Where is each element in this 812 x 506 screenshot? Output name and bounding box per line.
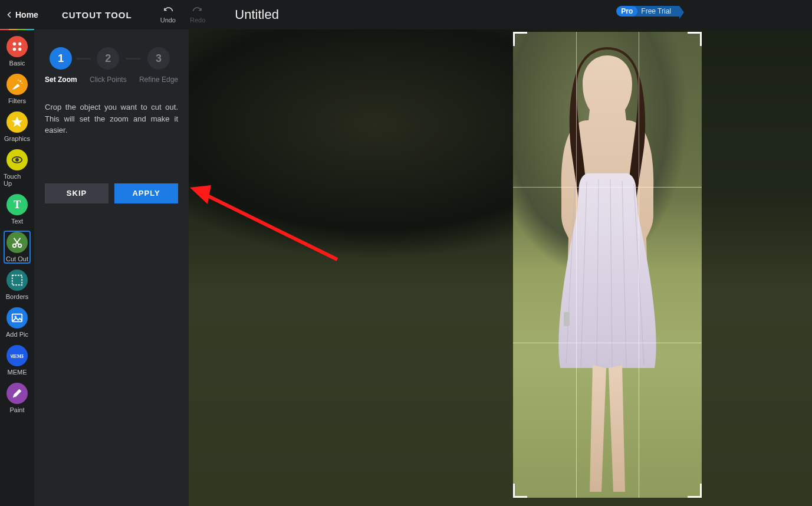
sidebar-tool-label: Filters bbox=[8, 97, 26, 104]
sidebar-tool-text[interactable]: TText bbox=[4, 193, 31, 226]
apply-button[interactable]: APPLY bbox=[114, 183, 178, 203]
home-label: Home bbox=[15, 10, 38, 19]
sidebar-tool-label: Basic bbox=[9, 60, 25, 67]
step-1[interactable]: 1 Set Zoom bbox=[45, 47, 77, 84]
sidebar-tool-borders[interactable]: Borders bbox=[4, 268, 31, 301]
crop-handle-br[interactable] bbox=[688, 484, 702, 498]
sidebar-tool-label: Text bbox=[11, 218, 23, 225]
pro-label: Pro bbox=[616, 6, 637, 17]
background-image bbox=[189, 29, 812, 506]
redo-button[interactable]: Redo bbox=[190, 6, 205, 24]
touch-up-icon bbox=[6, 149, 28, 170]
add-pic-icon bbox=[6, 307, 28, 328]
svg-text:T: T bbox=[14, 199, 21, 211]
sidebar-tool-label: MEME bbox=[8, 369, 27, 376]
step-1-num: 1 bbox=[50, 47, 72, 70]
borders-icon bbox=[6, 270, 28, 291]
svg-point-2 bbox=[13, 48, 17, 51]
step-3-num: 3 bbox=[147, 47, 170, 70]
home-button[interactable]: Home bbox=[0, 0, 44, 29]
sidebar-tool-add-pic[interactable]: Add Pic bbox=[4, 306, 31, 339]
svg-point-4 bbox=[19, 80, 21, 82]
sidebar-tool-filters[interactable]: Filters bbox=[4, 73, 31, 106]
step-3-label: Refine Edge bbox=[139, 75, 178, 84]
sidebar-tool-label: Add Pic bbox=[6, 331, 28, 338]
undo-label: Undo bbox=[160, 17, 176, 24]
chevron-left-icon bbox=[6, 11, 13, 18]
sidebar-tool-meme[interactable]: MEMEMEME bbox=[4, 344, 31, 377]
meme-icon: MEME bbox=[6, 345, 28, 366]
sidebar-tool-label: Cut Out bbox=[6, 255, 28, 262]
step-connector bbox=[76, 58, 91, 60]
svg-point-8 bbox=[15, 158, 19, 162]
crop-frame[interactable] bbox=[513, 32, 702, 498]
canvas-area[interactable] bbox=[189, 29, 812, 506]
svg-text:MEME: MEME bbox=[11, 354, 24, 359]
svg-point-0 bbox=[13, 42, 17, 46]
skip-button[interactable]: SKIP bbox=[45, 183, 109, 203]
pro-trial-badge[interactable]: Pro Free Trial bbox=[616, 6, 679, 17]
crop-handle-bl[interactable] bbox=[513, 484, 527, 498]
step-2-num: 2 bbox=[97, 47, 119, 70]
sidebar-tool-basic[interactable]: Basic bbox=[4, 35, 31, 68]
crop-handle-tr[interactable] bbox=[688, 32, 702, 46]
undo-icon bbox=[163, 6, 173, 17]
tool-panel: 1 Set Zoom 2 Click Points 3 Refine Edge … bbox=[34, 29, 189, 506]
step-indicator: 1 Set Zoom 2 Click Points 3 Refine Edge bbox=[45, 47, 178, 84]
sidebar-tool-label: Borders bbox=[6, 293, 29, 300]
paint-icon bbox=[6, 383, 28, 404]
sidebar-tool-touch-up[interactable]: Touch Up bbox=[4, 148, 31, 188]
text-icon: T bbox=[6, 194, 28, 215]
rainbow-divider bbox=[0, 29, 34, 30]
tool-sidebar: BasicFiltersGraphicsTouch UpTTextCut Out… bbox=[0, 30, 34, 506]
panel-instructions: Crop the object you want to cut out. Thi… bbox=[45, 101, 178, 136]
sidebar-tool-graphics[interactable]: Graphics bbox=[4, 110, 31, 143]
step-2[interactable]: 2 Click Points bbox=[90, 47, 127, 84]
sidebar-tool-label: Graphics bbox=[4, 135, 30, 142]
sidebar-tool-paint[interactable]: Paint bbox=[4, 382, 31, 415]
filters-icon bbox=[6, 74, 28, 95]
step-2-label: Click Points bbox=[90, 75, 127, 84]
redo-label: Redo bbox=[190, 17, 205, 24]
svg-rect-12 bbox=[12, 275, 22, 285]
step-1-label: Set Zoom bbox=[45, 75, 77, 84]
crop-handle-tl[interactable] bbox=[513, 32, 527, 46]
undo-button[interactable]: Undo bbox=[160, 6, 176, 24]
graphics-icon bbox=[6, 111, 28, 133]
redo-icon bbox=[192, 6, 203, 17]
sidebar-tool-label: Paint bbox=[9, 406, 24, 413]
step-3[interactable]: 3 Refine Edge bbox=[139, 47, 178, 84]
svg-point-6 bbox=[18, 80, 19, 81]
cut-out-icon bbox=[6, 232, 28, 253]
document-title: Untitled bbox=[235, 7, 279, 22]
sidebar-tool-label: Touch Up bbox=[4, 173, 31, 187]
trial-label: Free Trial bbox=[632, 6, 679, 17]
svg-point-5 bbox=[21, 83, 22, 84]
svg-point-3 bbox=[18, 48, 22, 51]
top-bar: Home CUTOUT TOOL Undo Redo Untitled Pro … bbox=[0, 0, 812, 29]
sidebar-tool-cut-out[interactable]: Cut Out bbox=[4, 231, 31, 264]
svg-point-1 bbox=[18, 42, 22, 46]
panel-title: CUTOUT TOOL bbox=[62, 10, 132, 20]
basic-icon bbox=[6, 36, 28, 57]
step-connector bbox=[126, 58, 140, 60]
